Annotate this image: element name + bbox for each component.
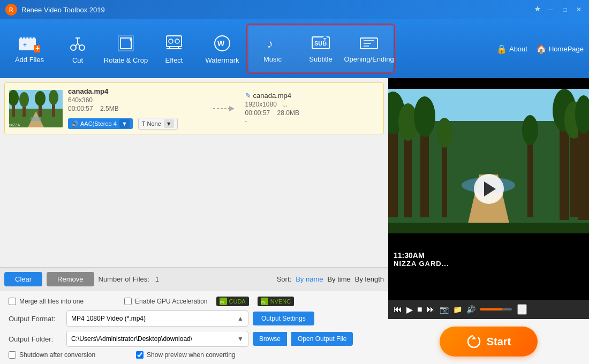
output-folder-row: Output Folder: C:\Users\Administrator\De…: [9, 331, 380, 347]
audio-badge: 🔊 AAC(Stereo 4 ▼: [68, 118, 133, 129]
bottom-toolbar: Clear Remove Number of Files: 1 Sort: By…: [0, 267, 388, 291]
play-pause-button[interactable]: ▶: [406, 305, 413, 315]
homepage-link[interactable]: 🏠 HomePage: [536, 44, 584, 54]
font-badge: T None ▼: [138, 118, 178, 130]
start-button[interactable]: Start: [440, 327, 538, 357]
svg-rect-7: [29, 37, 32, 39]
toolbar-item-add-files[interactable]: + + Add Files: [5, 25, 54, 73]
nvenc-badge: nv NVENC: [258, 297, 294, 306]
folder-button[interactable]: 📁: [453, 305, 462, 314]
svg-rect-8: [33, 37, 35, 39]
output-format-label: Output Format:: [9, 315, 62, 323]
settings-area: Merge all files into one Enable GPU Acce…: [0, 291, 388, 364]
gpu-checkbox-label[interactable]: Enable GPU Acceleration: [124, 298, 207, 305]
folder-dropdown-icon: ▼: [237, 335, 244, 343]
remove-button[interactable]: Remove: [47, 272, 94, 286]
toolbar-item-music[interactable]: ♪ Music: [248, 26, 297, 72]
about-label: About: [509, 45, 527, 53]
output-format-select[interactable]: MP4 1080P Video (*.mp4) ▲: [66, 310, 248, 327]
film-icon: + +: [19, 34, 40, 52]
sort-label: Sort:: [277, 275, 291, 283]
open-output-button[interactable]: Open Output File: [291, 332, 353, 346]
video-preview: 11:30AM NIZZA GARD...: [388, 78, 589, 300]
volume-slider[interactable]: [480, 308, 512, 310]
svg-text:W: W: [217, 39, 225, 48]
toolbar-item-opening-ending[interactable]: Opening/Ending: [345, 26, 393, 72]
shutdown-checkbox-label[interactable]: Shutdown after conversion: [9, 351, 95, 359]
toolbar-item-rotate-crop[interactable]: Rotate & Crop: [102, 25, 150, 73]
toolbar-item-effect[interactable]: Effect: [150, 25, 198, 73]
cuda-logo-icon: nv: [220, 298, 227, 305]
play-triangle-icon: [484, 181, 496, 196]
show-preview-checkbox[interactable]: [136, 351, 144, 359]
svg-text:nv: nv: [261, 300, 266, 304]
toolbar-item-cut[interactable]: Cut: [54, 25, 102, 73]
svg-text:NIZZA: NIZZA: [9, 123, 20, 127]
sort-by-length[interactable]: By length: [355, 275, 384, 283]
effect-label: Effect: [165, 56, 183, 64]
skip-back-button[interactable]: ⏮: [394, 305, 402, 314]
skip-forward-button[interactable]: ⏭: [427, 305, 435, 314]
font-dropdown-button[interactable]: ▼: [164, 119, 174, 128]
edit-icon: ✎: [245, 92, 251, 100]
maximize-button[interactable]: □: [560, 5, 570, 14]
sort-by-name[interactable]: By name: [296, 275, 323, 283]
svg-rect-5: [23, 37, 25, 39]
file-thumbnail: NIZZA: [9, 90, 63, 127]
toolbar-item-watermark[interactable]: W Watermark: [198, 25, 246, 73]
opening-ending-label: Opening/Ending: [344, 55, 394, 63]
app-logo: R: [5, 4, 17, 16]
svg-rect-6: [26, 37, 28, 39]
convert-arrow: [208, 102, 240, 115]
svg-point-46: [49, 90, 58, 105]
input-filename: canada.mp4: [68, 87, 202, 95]
output-settings-button[interactable]: Output Settings: [253, 312, 314, 325]
video-time: 11:30AM: [394, 251, 449, 260]
svg-point-63: [414, 96, 435, 137]
clear-button[interactable]: Clear: [4, 272, 42, 286]
home-icon: 🏠: [536, 44, 547, 54]
audio-dropdown-button[interactable]: ▼: [119, 119, 130, 128]
stop-button[interactable]: ■: [417, 305, 422, 314]
video-overlay: 11:30AM NIZZA GARD...: [394, 251, 449, 268]
show-preview-checkbox-label[interactable]: Show preview when converting: [136, 351, 235, 359]
about-link[interactable]: 🔒 About: [496, 44, 527, 54]
shutdown-checkbox[interactable]: [9, 351, 16, 359]
svg-point-21: [169, 39, 173, 43]
input-resolution: 640x360: [68, 96, 202, 104]
sort-by-time[interactable]: By time: [327, 275, 350, 283]
play-button[interactable]: [474, 174, 504, 204]
browse-button[interactable]: Browse: [253, 332, 287, 346]
video-scene: [388, 78, 589, 244]
svg-rect-47: [31, 117, 41, 121]
input-badges: 🔊 AAC(Stereo 4 ▼ T None ▼: [68, 116, 202, 130]
output-folder-input[interactable]: C:\Users\Administrator\Desktop\download\…: [66, 331, 248, 347]
cut-label: Cut: [72, 56, 83, 64]
dropdown-arrow-icon: ▲: [237, 315, 244, 322]
svg-text:+: +: [23, 41, 27, 49]
rotate-crop-icon: [116, 34, 135, 53]
show-preview-label: Show preview when converting: [147, 351, 235, 359]
settings-row-1: Merge all files into one Enable GPU Acce…: [9, 297, 380, 306]
output-folder-label: Output Folder:: [9, 335, 62, 343]
video-controls: ⏮ ▶ ■ ⏭ 📷 📁 🔊 ⛶: [388, 300, 589, 319]
merge-checkbox-label[interactable]: Merge all files into one: [9, 298, 84, 305]
screenshot-button[interactable]: 📷: [440, 305, 449, 314]
minimize-button[interactable]: ─: [546, 5, 556, 14]
output-duration-size: 00:00:57 28.0MB: [245, 109, 380, 117]
toolbar-item-subtitle[interactable]: SUB T Subtitle: [297, 26, 345, 72]
refresh-icon: [466, 334, 481, 349]
svg-text:+: +: [35, 44, 40, 52]
svg-text:nv: nv: [220, 300, 224, 304]
volume-button[interactable]: 🔊: [466, 305, 475, 314]
fullscreen-button[interactable]: ⛶: [517, 304, 527, 315]
thumbnail-image: NIZZA: [9, 90, 63, 127]
output-extra: -: [245, 118, 380, 125]
svg-point-74: [522, 115, 538, 145]
close-button[interactable]: ✕: [574, 5, 584, 14]
svg-text:T: T: [323, 37, 327, 42]
video-place: NIZZA GARD...: [394, 260, 449, 268]
merge-checkbox[interactable]: [9, 298, 16, 305]
output-folder-value: C:\Users\Administrator\Desktop\download\: [71, 335, 192, 343]
gpu-checkbox[interactable]: [124, 298, 132, 305]
